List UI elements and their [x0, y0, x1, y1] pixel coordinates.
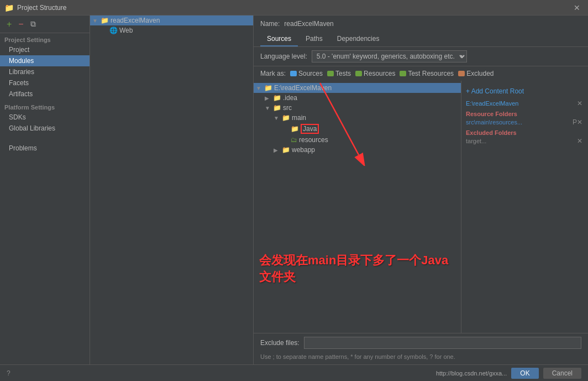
arrow-icon: ▼: [265, 105, 271, 111]
sidebar-item-problems[interactable]: Problems: [0, 143, 90, 154]
excluded-folders-title: Excluded Folders: [466, 128, 584, 137]
cancel-button[interactable]: Cancel: [543, 368, 581, 379]
watermark-text: http://blog.csdn.net/gxxa...: [436, 370, 507, 377]
annotation-text: 会发现在main目录下多了一个Java文件夹: [259, 253, 448, 284]
mark-as-label: Mark as:: [260, 70, 286, 77]
mark-resources-badge[interactable]: Resources: [355, 70, 395, 77]
module-label: readExcelMaven: [111, 17, 160, 24]
tab-sources[interactable]: Sources: [260, 32, 298, 46]
module-tree: ▼ 📁 readExcelMaven 🌐 Web: [90, 15, 254, 364]
remove-module-button[interactable]: −: [16, 18, 25, 30]
bottom-actions: http://blog.csdn.net/gxxa... OK Cancel: [436, 368, 581, 379]
main-container: + − ⧉ Project Settings Project Modules L…: [0, 15, 588, 364]
file-tree: ▼ 📁 E:\readExcelMaven ▶ 📁 .idea ▼ 📁 src: [254, 81, 461, 333]
test-resources-color-dot: [400, 71, 406, 76]
name-value: readExcelMaven: [284, 20, 333, 28]
name-row: Name: readExcelMaven: [254, 15, 588, 32]
right-panel: + Add Content Root E:\readExcelMaven ✕ R…: [461, 81, 588, 333]
content-root-path: E:\readExcelMaven: [466, 100, 576, 107]
sidebar-item-artifacts[interactable]: Artifacts: [0, 88, 90, 100]
platform-settings-label: Platform Settings: [0, 100, 90, 112]
mark-excluded-badge[interactable]: Excluded: [458, 70, 494, 77]
exclude-files-row: Exclude files:: [254, 333, 588, 352]
tab-paths[interactable]: Paths: [299, 32, 329, 46]
arrow-icon: ▶: [265, 95, 271, 101]
file-tree-container: ▼ 📁 E:\readExcelMaven ▶ 📁 .idea ▼ 📁 src: [254, 81, 588, 333]
name-label: Name:: [260, 20, 280, 28]
app-icon: 📁: [4, 3, 14, 12]
sidebar-toolbar: + − ⧉: [0, 15, 90, 33]
language-level-row: Language level: 5.0 - 'enum' keyword, ge…: [254, 47, 588, 66]
excluded-folder-entry: target... ✕: [466, 137, 584, 145]
title-bar: 📁 Project Structure ✕: [0, 0, 588, 15]
resource-folders-title: Resource Folders: [466, 109, 584, 118]
language-level-select[interactable]: 5.0 - 'enum' keyword, generics, autoboxi…: [312, 50, 467, 62]
sidebar: + − ⧉ Project Settings Project Modules L…: [0, 15, 90, 364]
svg-line-1: [320, 83, 359, 155]
resources-color-dot: [355, 71, 362, 76]
bottom-bar: ? http://blog.csdn.net/gxxa... OK Cancel: [0, 364, 588, 381]
mark-tests-badge[interactable]: Tests: [327, 70, 351, 77]
remove-content-root-button[interactable]: ✕: [576, 100, 584, 107]
module-folder-icon: 📁: [101, 17, 109, 24]
resource-folder-entry: src\main\resources... P✕: [466, 118, 584, 126]
module-item-web[interactable]: 🌐 Web: [90, 25, 253, 35]
arrow-icon: ▶: [274, 147, 280, 153]
red-arrow-svg: [287, 81, 431, 166]
remove-excluded-folder-button[interactable]: ✕: [576, 137, 584, 145]
resource-folder-path: src\main\resources...: [466, 119, 522, 126]
project-settings-label: Project Settings: [0, 33, 90, 44]
language-level-select-wrapper: 5.0 - 'enum' keyword, generics, autoboxi…: [312, 50, 467, 62]
sidebar-item-modules[interactable]: Modules: [0, 55, 90, 66]
copy-module-button[interactable]: ⧉: [28, 18, 38, 30]
remove-resource-folder-button[interactable]: P✕: [571, 118, 584, 126]
content-area: Name: readExcelMaven Sources Paths Depen…: [254, 15, 588, 364]
web-label: Web: [119, 27, 133, 34]
exclude-files-hint: Use ; to separate name patterns, * for a…: [254, 352, 588, 364]
tests-color-dot: [327, 71, 334, 76]
excluded-folder-path: target...: [466, 138, 486, 144]
mark-test-resources-badge[interactable]: Test Resources: [400, 70, 454, 77]
annotation-overlay: 会发现在main目录下多了一个Java文件夹: [259, 252, 458, 285]
exclude-files-label: Exclude files:: [260, 339, 300, 347]
sidebar-item-sdks[interactable]: SDKs: [0, 112, 90, 123]
sidebar-item-facets[interactable]: Facets: [0, 77, 90, 88]
mark-sources-badge[interactable]: Sources: [290, 70, 323, 77]
sources-color-dot: [290, 71, 297, 76]
content-root-entry: E:\readExcelMaven ✕: [466, 100, 584, 107]
add-module-button[interactable]: +: [4, 18, 14, 30]
root-folder-icon: 📁: [264, 84, 272, 92]
arrow-icon: ▼: [256, 85, 262, 91]
exclude-files-input[interactable]: [304, 337, 581, 349]
resource-folders-section: Resource Folders src\main\resources... P…: [466, 109, 584, 126]
tabs-row: Sources Paths Dependencies: [254, 32, 588, 47]
add-content-root-button[interactable]: + Add Content Root: [466, 85, 584, 97]
excluded-folders-section: Excluded Folders target... ✕: [466, 128, 584, 145]
ok-button[interactable]: OK: [511, 368, 538, 379]
sidebar-item-project[interactable]: Project: [0, 44, 90, 55]
tree-arrow: ▼: [92, 18, 99, 24]
excluded-color-dot: [458, 71, 465, 76]
tab-dependencies[interactable]: Dependencies: [330, 32, 386, 46]
language-level-label: Language level:: [260, 53, 307, 60]
sidebar-item-libraries[interactable]: Libraries: [0, 66, 90, 77]
arrow-icon: ▼: [274, 115, 280, 121]
mark-as-row: Mark as: Sources Tests Resources Test Re…: [254, 66, 588, 81]
src-folder-icon: 📁: [273, 104, 281, 112]
module-item-readExcelMaven[interactable]: ▼ 📁 readExcelMaven: [90, 15, 253, 25]
web-icon: 🌐: [109, 27, 118, 34]
title-bar-text: Project Structure: [17, 4, 570, 12]
idea-folder-icon: 📁: [273, 94, 281, 102]
sidebar-item-global-libraries[interactable]: Global Libraries: [0, 123, 90, 134]
help-button[interactable]: ?: [7, 369, 11, 377]
close-button[interactable]: ✕: [570, 2, 584, 13]
